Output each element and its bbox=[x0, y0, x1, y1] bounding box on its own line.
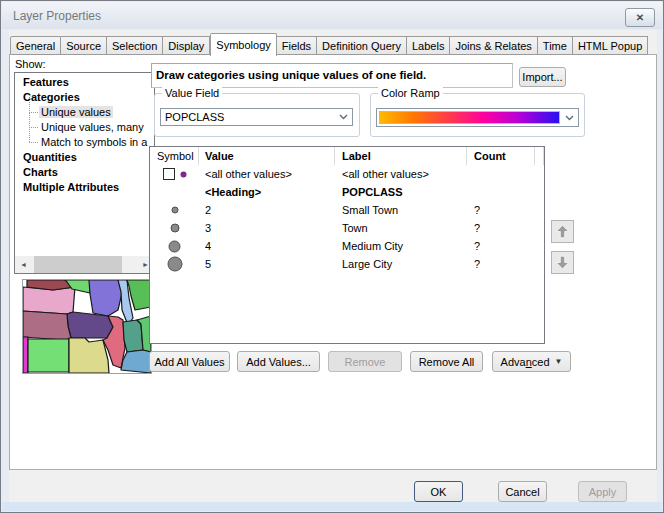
tab-selection[interactable]: Selection bbox=[107, 36, 163, 55]
tab-time[interactable]: Time bbox=[538, 36, 573, 55]
unique-values-table[interactable]: SymbolValueLabelCount<all other values><… bbox=[149, 146, 545, 344]
close-button[interactable]: ✕ bbox=[625, 8, 655, 27]
chevron-down-icon[interactable] bbox=[560, 115, 578, 121]
show-item-label: Unique values bbox=[39, 106, 113, 118]
move-down-button[interactable] bbox=[551, 251, 574, 274]
label-cell: Small Town bbox=[335, 204, 467, 216]
show-item-multiple-attributes[interactable]: Multiple Attributes bbox=[15, 180, 154, 195]
point-symbol-icon bbox=[167, 256, 183, 272]
value-field-dropdown[interactable]: POPCLASS bbox=[160, 108, 353, 126]
show-item-label: Features bbox=[23, 76, 69, 88]
remove-all-button[interactable]: Remove All bbox=[410, 351, 483, 372]
symbol-cell[interactable] bbox=[150, 223, 199, 233]
point-symbol-icon bbox=[168, 240, 181, 253]
tab-joins-relates[interactable]: Joins & Relates bbox=[450, 36, 537, 55]
preview-map-image bbox=[23, 280, 151, 373]
advanced-button[interactable]: Advanced ▼ bbox=[492, 351, 571, 372]
all-other-values-checkbox[interactable] bbox=[163, 168, 175, 180]
value-cell: 5 bbox=[199, 258, 335, 270]
chevron-down-icon[interactable] bbox=[334, 114, 352, 120]
symbol-cell[interactable] bbox=[150, 256, 199, 272]
remove-button[interactable]: Remove bbox=[328, 351, 402, 372]
scroll-left-icon[interactable]: ◄ bbox=[15, 256, 32, 273]
tab-html-popup[interactable]: HTML Popup bbox=[573, 36, 648, 55]
column-header-label: Label bbox=[335, 147, 467, 165]
table-row[interactable]: 4Medium City? bbox=[150, 237, 544, 255]
dropdown-arrow-icon: ▼ bbox=[555, 357, 563, 366]
tab-definition-query[interactable]: Definition Query bbox=[317, 36, 407, 55]
close-icon: ✕ bbox=[636, 12, 644, 23]
titlebar[interactable]: Layer Properties ✕ bbox=[2, 2, 662, 29]
tab-display[interactable]: Display bbox=[163, 36, 210, 55]
color-ramp-dropdown[interactable] bbox=[376, 108, 579, 127]
symbol-cell[interactable] bbox=[150, 206, 199, 214]
count-cell: ? bbox=[467, 222, 535, 234]
tab-general[interactable]: General bbox=[10, 36, 61, 55]
count-cell: ? bbox=[467, 258, 535, 270]
show-label: Show: bbox=[15, 58, 46, 70]
ok-button[interactable]: OK bbox=[414, 481, 463, 502]
show-item-quantities[interactable]: Quantities bbox=[15, 150, 154, 165]
table-row[interactable]: <all other values><all other values> bbox=[150, 165, 544, 183]
label-cell: Medium City bbox=[335, 240, 467, 252]
column-header-value: Value bbox=[199, 147, 335, 165]
table-row[interactable]: 2Small Town? bbox=[150, 201, 544, 219]
color-ramp-swatch bbox=[379, 111, 560, 124]
show-item-unique-values-many[interactable]: Unique values, many bbox=[15, 120, 154, 135]
symbol-cell[interactable] bbox=[150, 168, 199, 180]
table-header-row: SymbolValueLabelCount bbox=[150, 147, 544, 165]
show-item-match-to-symbols-in-a[interactable]: Match to symbols in a bbox=[15, 135, 154, 150]
cancel-button[interactable]: Cancel bbox=[498, 481, 547, 502]
scrollbar-track[interactable] bbox=[32, 256, 137, 273]
symbology-preview-map bbox=[22, 279, 152, 374]
column-header-symbol: Symbol bbox=[150, 147, 199, 165]
import-button[interactable]: Import... bbox=[519, 67, 566, 87]
value-cell: <all other values> bbox=[199, 168, 335, 180]
scrollbar-thumb[interactable] bbox=[34, 256, 122, 273]
show-item-label: Charts bbox=[23, 166, 58, 178]
show-item-label: Match to symbols in a bbox=[41, 136, 147, 148]
label-cell: <all other values> bbox=[335, 168, 467, 180]
value-cell: 2 bbox=[199, 204, 335, 216]
show-item-label: Unique values, many bbox=[41, 121, 144, 133]
label-cell: Town bbox=[335, 222, 467, 234]
value-field-label: Value Field bbox=[162, 87, 222, 99]
table-row[interactable]: <Heading>POPCLASS bbox=[150, 183, 544, 201]
point-symbol-icon bbox=[180, 171, 187, 178]
move-up-button[interactable] bbox=[551, 220, 574, 243]
tab-labels[interactable]: Labels bbox=[407, 36, 450, 55]
show-item-label: Categories bbox=[23, 91, 80, 103]
value-cell: 4 bbox=[199, 240, 335, 252]
label-cell: Large City bbox=[335, 258, 467, 270]
symbol-cell[interactable] bbox=[150, 240, 199, 253]
show-list-hscrollbar[interactable]: ◄ ► bbox=[15, 256, 154, 273]
show-item-charts[interactable]: Charts bbox=[15, 165, 154, 180]
label-cell: POPCLASS bbox=[335, 186, 467, 198]
up-arrow-icon bbox=[554, 223, 571, 240]
value-cell: <Heading> bbox=[199, 186, 335, 198]
table-row[interactable]: 5Large City? bbox=[150, 255, 544, 273]
dialog-client-area: GeneralSourceSelectionDisplaySymbologyFi… bbox=[9, 30, 657, 505]
down-arrow-icon bbox=[554, 254, 571, 271]
column-header-count: Count bbox=[467, 147, 535, 165]
layer-properties-dialog: Layer Properties ✕ GeneralSourceSelectio… bbox=[0, 0, 664, 513]
show-item-unique-values[interactable]: Unique values bbox=[15, 105, 154, 120]
show-tree-list: FeaturesCategoriesUnique valuesUnique va… bbox=[14, 72, 155, 274]
tab-source[interactable]: Source bbox=[61, 36, 107, 55]
show-item-categories[interactable]: Categories bbox=[15, 90, 154, 105]
count-cell: ? bbox=[467, 204, 535, 216]
apply-button[interactable]: Apply bbox=[578, 481, 627, 502]
add-values-button[interactable]: Add Values... bbox=[237, 351, 320, 372]
point-symbol-icon bbox=[171, 206, 179, 214]
add-all-values-button[interactable]: Add All Values bbox=[149, 351, 230, 372]
symbology-tab-page: Show: FeaturesCategoriesUnique valuesUni… bbox=[9, 54, 657, 470]
table-row[interactable]: 3Town? bbox=[150, 219, 544, 237]
tab-fields[interactable]: Fields bbox=[277, 36, 317, 55]
tab-symbology[interactable]: Symbology bbox=[210, 33, 276, 56]
show-tree: FeaturesCategoriesUnique valuesUnique va… bbox=[15, 75, 154, 195]
method-description: Draw categories using unique values of o… bbox=[151, 63, 513, 88]
dialog-frame-bottom bbox=[2, 502, 662, 511]
show-item-features[interactable]: Features bbox=[15, 75, 154, 90]
tab-bar: GeneralSourceSelectionDisplaySymbologyFi… bbox=[10, 33, 648, 55]
count-cell: ? bbox=[467, 240, 535, 252]
